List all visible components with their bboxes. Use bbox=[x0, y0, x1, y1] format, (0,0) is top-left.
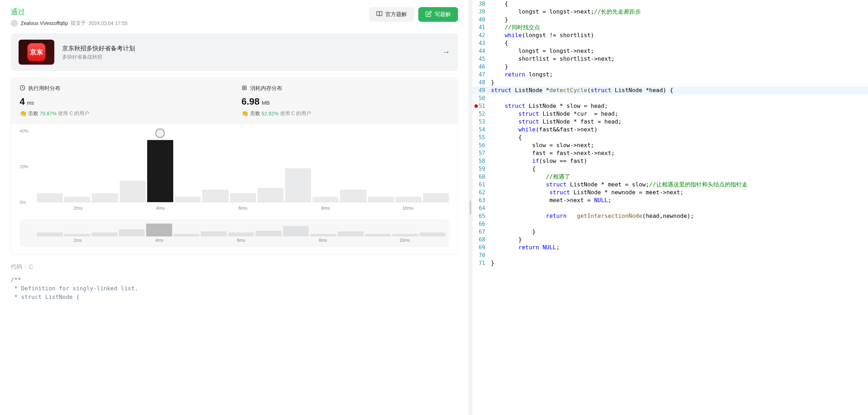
mini-chart-bar[interactable] bbox=[91, 232, 118, 236]
code-line[interactable]: 40 } bbox=[472, 16, 868, 24]
line-number[interactable]: 50 bbox=[472, 94, 491, 102]
mini-chart[interactable]: 2ms4ms6ms8ms10ms bbox=[20, 219, 449, 247]
code-content[interactable] bbox=[491, 204, 868, 212]
chart-bars[interactable] bbox=[37, 131, 449, 202]
code-content[interactable]: } bbox=[491, 259, 868, 267]
code-line[interactable]: 43 { bbox=[472, 39, 868, 47]
line-number[interactable]: 65 bbox=[472, 212, 491, 220]
mini-chart-bar[interactable] bbox=[255, 231, 281, 236]
code-content[interactable]: } bbox=[491, 79, 868, 86]
chart-bar[interactable] bbox=[340, 190, 366, 202]
code-line[interactable]: 48} bbox=[472, 79, 868, 86]
code-content[interactable]: while(longst != shortlist) bbox=[491, 31, 868, 39]
line-number[interactable]: 56 bbox=[472, 141, 491, 149]
code-line[interactable]: 65 return getIntersectionNode(head,newno… bbox=[472, 212, 868, 220]
code-line[interactable]: 52 struct ListNode *cur = head; bbox=[472, 110, 868, 118]
chart-bar[interactable] bbox=[423, 193, 449, 202]
chart-bar[interactable] bbox=[175, 197, 201, 202]
official-solution-button[interactable]: 官方题解 bbox=[369, 7, 414, 22]
code-line[interactable]: 49struct ListNode *detectCycle(struct Li… bbox=[472, 86, 868, 94]
code-line[interactable]: 70 bbox=[472, 251, 868, 259]
code-content[interactable]: struct ListNode *detectCycle(struct List… bbox=[491, 86, 868, 94]
mini-chart-bar[interactable] bbox=[201, 231, 227, 236]
code-line[interactable]: 41 //同时找交点 bbox=[472, 24, 868, 31]
write-solution-button[interactable]: 写题解 bbox=[418, 7, 458, 22]
avatar[interactable] bbox=[11, 20, 18, 27]
line-number[interactable]: 38 bbox=[472, 0, 491, 8]
promo-card[interactable]: 京东 京东秋招多快好省备考计划 多快好省备战秋招 → bbox=[11, 33, 458, 71]
line-number[interactable]: 67 bbox=[472, 228, 491, 236]
code-line[interactable]: 55 { bbox=[472, 134, 868, 141]
code-line[interactable]: 56 slow = slow->next; bbox=[472, 141, 868, 149]
code-line[interactable]: 62 struct ListNode * newnode = meet->nex… bbox=[472, 189, 868, 196]
code-content[interactable] bbox=[491, 94, 868, 102]
chart-bar[interactable] bbox=[285, 168, 311, 202]
code-content[interactable]: while(fast&&fast->next) bbox=[491, 126, 868, 134]
code-content[interactable]: return getIntersectionNode(head,newnode)… bbox=[491, 212, 868, 220]
code-line[interactable]: 61 struct ListNode * meet = slow;//让相遇这里… bbox=[472, 181, 868, 189]
line-number[interactable]: 44 bbox=[472, 47, 491, 55]
line-number[interactable]: 61 bbox=[472, 181, 491, 189]
mini-chart-bar[interactable] bbox=[37, 232, 63, 236]
code-content[interactable]: longst = longst->next;//长的先走差距步 bbox=[491, 8, 868, 16]
code-line[interactable]: 66 bbox=[472, 220, 868, 228]
line-number[interactable]: 52 bbox=[472, 110, 491, 118]
line-number[interactable]: 63 bbox=[472, 196, 491, 204]
code-line[interactable]: 71} bbox=[472, 259, 868, 267]
line-number[interactable]: 68 bbox=[472, 236, 491, 244]
code-line[interactable]: 68 } bbox=[472, 236, 868, 244]
code-content[interactable]: fast = fast->next->next; bbox=[491, 149, 868, 157]
code-line[interactable]: 60 //相遇了 bbox=[472, 173, 868, 181]
mini-chart-bar[interactable] bbox=[392, 234, 418, 236]
mini-chart-bar[interactable] bbox=[119, 229, 145, 236]
code-content[interactable]: struct ListNode * slow = head; bbox=[491, 102, 868, 110]
code-line[interactable]: 50 bbox=[472, 94, 868, 102]
code-content[interactable]: return NULL; bbox=[491, 244, 868, 251]
line-number[interactable]: 58 bbox=[472, 157, 491, 165]
code-line[interactable]: 58 if(slow == fast) bbox=[472, 157, 868, 165]
line-number[interactable]: 48 bbox=[472, 79, 491, 86]
runtime-block[interactable]: 执行用时分布 4 ms 👏 击败 79.87% 使用 C 的用户 bbox=[20, 85, 227, 117]
code-line[interactable]: 63 meet->next = NULL; bbox=[472, 196, 868, 204]
chart-bar[interactable] bbox=[395, 197, 421, 202]
chart-bar[interactable] bbox=[92, 193, 118, 202]
code-content[interactable]: { bbox=[491, 165, 868, 173]
line-number[interactable]: 66 bbox=[472, 220, 491, 228]
code-line[interactable]: 53 struct ListNode * fast = head; bbox=[472, 118, 868, 126]
code-content[interactable]: struct ListNode *cur = head; bbox=[491, 110, 868, 118]
code-content[interactable]: return longst; bbox=[491, 71, 868, 79]
code-line[interactable]: 59 { bbox=[472, 165, 868, 173]
line-number[interactable]: 39 bbox=[472, 8, 491, 16]
mini-chart-bar[interactable] bbox=[365, 234, 391, 236]
line-number[interactable]: 51 bbox=[472, 102, 491, 110]
mini-chart-bar[interactable] bbox=[338, 231, 364, 236]
chart-bar[interactable] bbox=[258, 188, 284, 202]
mini-chart-bar[interactable] bbox=[146, 224, 172, 236]
code-line[interactable]: 67 } bbox=[472, 228, 868, 236]
line-number[interactable]: 70 bbox=[472, 251, 491, 259]
code-content[interactable]: { bbox=[491, 134, 868, 141]
username[interactable]: Zealous VVescoffq6p bbox=[21, 20, 68, 26]
mini-chart-bar[interactable] bbox=[64, 234, 90, 236]
line-number[interactable]: 40 bbox=[472, 16, 491, 24]
code-line[interactable]: 57 fast = fast->next->next; bbox=[472, 149, 868, 157]
code-line[interactable]: 42 while(longst != shortlist) bbox=[472, 31, 868, 39]
line-number[interactable]: 55 bbox=[472, 134, 491, 141]
line-number[interactable]: 49 bbox=[472, 86, 491, 94]
code-line[interactable]: 46 } bbox=[472, 63, 868, 71]
code-content[interactable]: } bbox=[491, 228, 868, 236]
line-number[interactable]: 41 bbox=[472, 24, 491, 31]
line-number[interactable]: 53 bbox=[472, 118, 491, 126]
code-content[interactable]: if(slow == fast) bbox=[491, 157, 868, 165]
code-content[interactable]: struct ListNode * newnode = meet->next; bbox=[491, 189, 868, 196]
line-number[interactable]: 54 bbox=[472, 126, 491, 134]
code-content[interactable]: shortlist = shortlist->next; bbox=[491, 55, 868, 63]
code-line[interactable]: 64 bbox=[472, 204, 868, 212]
code-line[interactable]: 69 return NULL; bbox=[472, 244, 868, 251]
code-content[interactable] bbox=[491, 220, 868, 228]
code-line[interactable]: 47 return longst; bbox=[472, 71, 868, 79]
chart-bar[interactable] bbox=[368, 197, 394, 202]
chart-bar[interactable] bbox=[37, 193, 63, 202]
line-number[interactable]: 60 bbox=[472, 173, 491, 181]
mini-chart-bar[interactable] bbox=[228, 232, 254, 236]
